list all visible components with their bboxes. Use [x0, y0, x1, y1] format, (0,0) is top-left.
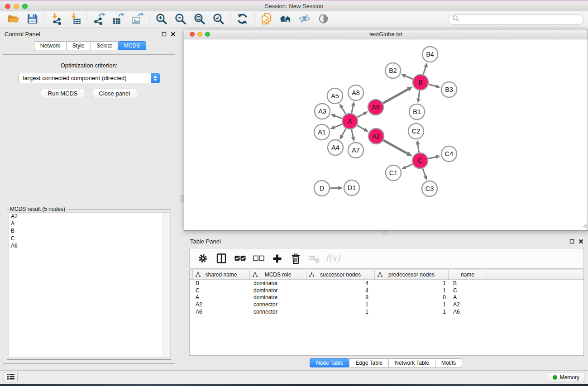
- cell-MCDS-role[interactable]: dominator: [250, 294, 306, 300]
- minimize-window-icon[interactable]: [14, 4, 19, 9]
- cell-predecessor-nodes[interactable]: 1: [375, 301, 449, 308]
- network-node-B[interactable]: B: [413, 75, 428, 90]
- edge-A6-B[interactable]: [383, 89, 409, 103]
- cell-MCDS-role[interactable]: connector: [250, 301, 306, 308]
- close-panel-icon[interactable]: [171, 32, 176, 37]
- edge-A-A3[interactable]: [334, 115, 342, 118]
- hide-panel-button[interactable]: [295, 12, 314, 27]
- tab-select[interactable]: Select: [91, 41, 118, 50]
- network-node-A3[interactable]: A3: [315, 104, 330, 119]
- refresh-button[interactable]: [233, 12, 252, 27]
- network-node-A1[interactable]: A1: [314, 124, 330, 140]
- network-close-icon[interactable]: [190, 32, 195, 37]
- gear-button[interactable]: [197, 252, 209, 265]
- tab-network-table[interactable]: Network Table: [388, 358, 435, 367]
- zoom-out-button[interactable]: [171, 12, 190, 27]
- column-header-successor-nodes[interactable]: successor nodes: [306, 270, 375, 279]
- tab-style[interactable]: Style: [66, 41, 91, 50]
- save-session-button[interactable]: [23, 12, 42, 27]
- delete-column-button[interactable]: [290, 252, 301, 265]
- network-node-A8[interactable]: A8: [348, 85, 363, 100]
- birdseye-button[interactable]: [314, 12, 333, 27]
- cell-successor-nodes[interactable]: 4: [306, 280, 375, 286]
- network-node-A6[interactable]: A6: [368, 100, 383, 115]
- network-hscroll-thumb[interactable]: [382, 231, 388, 234]
- clone-network-button[interactable]: [257, 12, 276, 27]
- cell-MCDS-role[interactable]: connector: [250, 309, 306, 315]
- export-table-button[interactable]: [109, 12, 128, 27]
- tab-network[interactable]: Network: [34, 41, 67, 50]
- edge-A-A8[interactable]: [352, 105, 354, 113]
- network-window-titlebar[interactable]: testGlobe.txt: [184, 29, 588, 39]
- cell-shared-name[interactable]: A6: [193, 309, 250, 315]
- network-node-A4[interactable]: A4: [328, 140, 343, 155]
- search-input[interactable]: [459, 16, 580, 23]
- cell-predecessor-nodes[interactable]: 1: [375, 287, 449, 294]
- column-header-MCDS-role[interactable]: MCDS role: [250, 270, 306, 279]
- tab-node-table[interactable]: Node Table: [310, 358, 350, 367]
- float-panel-icon[interactable]: [162, 32, 167, 37]
- export-network-button[interactable]: [90, 12, 109, 27]
- edge-C-C1[interactable]: [405, 164, 412, 168]
- edge-C-C3[interactable]: [423, 169, 425, 177]
- column-header-shared-name[interactable]: shared name: [193, 270, 250, 279]
- search-field[interactable]: [449, 14, 583, 25]
- network-node-A[interactable]: A: [342, 114, 358, 129]
- cell-shared-name[interactable]: C: [193, 287, 250, 294]
- cell-successor-nodes[interactable]: 1: [306, 309, 375, 315]
- zoom-fit-button[interactable]: [190, 12, 209, 27]
- open-session-button[interactable]: [4, 12, 23, 27]
- cell-predecessor-nodes[interactable]: 0: [375, 294, 449, 300]
- edge-B-B2[interactable]: [404, 76, 413, 79]
- edge-C-C2[interactable]: [418, 143, 419, 152]
- home-button[interactable]: [276, 12, 295, 27]
- network-node-D[interactable]: D: [314, 181, 330, 196]
- table-close-panel-icon[interactable]: [578, 239, 583, 244]
- mcds-result-item[interactable]: A: [9, 220, 169, 227]
- dock-splitter-handle[interactable]: [181, 195, 184, 202]
- cell-shared-name[interactable]: A2: [193, 301, 250, 308]
- mcds-result-list[interactable]: A2ABCA6: [9, 212, 169, 358]
- network-node-C1[interactable]: C1: [386, 165, 401, 181]
- mcds-result-item[interactable]: C: [9, 235, 169, 242]
- memory-button[interactable]: Memory: [548, 372, 584, 382]
- edge-B-B4[interactable]: [423, 66, 426, 74]
- table-row-A6[interactable]: A6connector11A6: [190, 308, 583, 315]
- cell-name[interactable]: A2: [449, 301, 487, 308]
- network-maximize-icon[interactable]: [205, 32, 210, 37]
- table-float-panel-icon[interactable]: [569, 239, 574, 244]
- network-canvas[interactable]: B4B2BB3A5A8A6B1A3AA1C2A2A4A7C4CC1C3DD1: [184, 40, 588, 230]
- network-node-A7[interactable]: A7: [348, 143, 363, 158]
- edge-A-A5[interactable]: [341, 107, 346, 114]
- zoom-selected-button[interactable]: [209, 12, 228, 27]
- run-mcds-button[interactable]: Run MCDS: [41, 89, 85, 98]
- table-row-A[interactable]: Adominator80A: [190, 294, 583, 301]
- import-network-button[interactable]: [47, 12, 66, 27]
- network-node-B2[interactable]: B2: [385, 63, 401, 78]
- cell-shared-name[interactable]: A: [193, 294, 250, 300]
- network-node-A2[interactable]: A2: [368, 129, 384, 144]
- network-node-B1[interactable]: B1: [409, 104, 425, 119]
- column-header-name[interactable]: name: [449, 270, 487, 279]
- network-node-D1[interactable]: D1: [344, 180, 359, 195]
- network-node-B4[interactable]: B4: [422, 47, 438, 62]
- mcds-result-item[interactable]: A6: [9, 242, 169, 249]
- cell-name[interactable]: B: [449, 280, 487, 286]
- zoom-in-button[interactable]: [152, 12, 171, 27]
- unselect-all-button[interactable]: [253, 252, 264, 265]
- cell-predecessor-nodes[interactable]: 1: [375, 280, 449, 286]
- network-node-C3[interactable]: C3: [422, 181, 437, 196]
- edge-A-A7[interactable]: [352, 129, 354, 138]
- split-columns-button[interactable]: [215, 252, 227, 265]
- table-row-A2[interactable]: A2connector11A2: [190, 301, 583, 308]
- network-node-C2[interactable]: C2: [408, 124, 424, 139]
- network-node-C[interactable]: C: [412, 153, 428, 168]
- close-panel-button[interactable]: Close panel: [92, 89, 138, 98]
- mcds-result-item[interactable]: A2: [9, 213, 169, 220]
- edge-B-B3[interactable]: [429, 85, 437, 87]
- edge-C-C4[interactable]: [428, 157, 437, 159]
- cell-successor-nodes[interactable]: 1: [306, 301, 375, 308]
- network-node-C4[interactable]: C4: [441, 146, 457, 162]
- tab-motifs[interactable]: Motifs: [435, 358, 462, 367]
- cell-shared-name[interactable]: B: [193, 280, 250, 286]
